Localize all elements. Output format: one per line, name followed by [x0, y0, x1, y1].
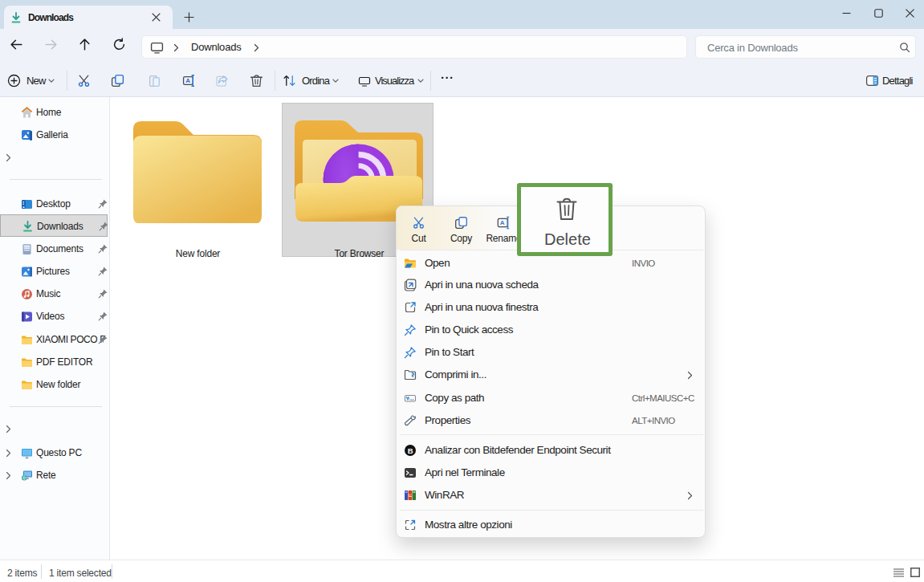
- svg-text:A: A: [185, 77, 190, 84]
- svg-text:W: W: [409, 493, 413, 497]
- svg-text:A: A: [499, 219, 504, 226]
- svg-text:B: B: [408, 446, 413, 455]
